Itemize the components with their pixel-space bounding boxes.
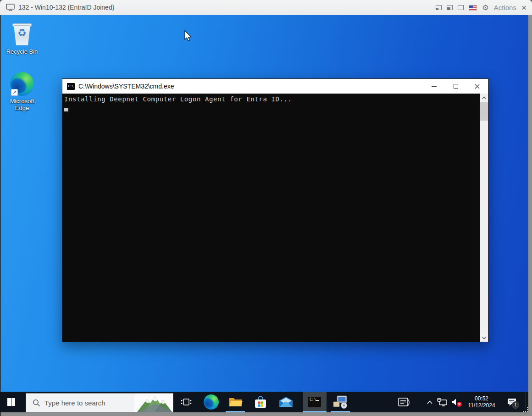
- taskbar-mail-button[interactable]: [275, 392, 297, 412]
- mouse-cursor: [184, 30, 192, 42]
- cmd-icon: C:\: [308, 396, 321, 408]
- windows-logo-icon: [7, 398, 15, 406]
- taskbar-file-explorer-button[interactable]: [224, 392, 246, 412]
- vm-console-title: 132 - Win10-132 (EntraID Joined): [18, 0, 114, 15]
- cmd-window: C:\ C:\Windows\SYSTEM32\cmd.exe Installi…: [62, 78, 488, 342]
- system-tray: ✕ 00:52 11/12/2024 1: [393, 392, 528, 412]
- clock-button[interactable]: 00:52 11/12/2024: [462, 392, 501, 412]
- chevron-down-icon: [482, 337, 486, 339]
- recycle-bin-label: Recycle Bin: [3, 48, 41, 55]
- running-indicator: [303, 411, 327, 412]
- console-close-icon[interactable]: ×: [521, 3, 526, 12]
- clock-time: 00:52: [475, 395, 488, 402]
- minimize-button[interactable]: [423, 79, 445, 94]
- maximize-button[interactable]: [445, 79, 466, 94]
- cmd-output-line: Installing Deepnet Computer Logon Agent …: [64, 95, 292, 103]
- recycle-bin-icon: ♻: [9, 21, 35, 47]
- scrollbar-thumb[interactable]: [480, 102, 488, 121]
- minimize-icon: [432, 86, 437, 87]
- cmd-console-output[interactable]: Installing Deepnet Computer Logon Agent …: [62, 94, 488, 342]
- cmd-app-icon: C:\: [67, 83, 75, 90]
- fit-window-icon[interactable]: [447, 5, 453, 10]
- file-explorer-icon: [228, 396, 243, 408]
- close-icon: [475, 84, 480, 89]
- keyboard-layout-flag-icon[interactable]: [469, 5, 477, 11]
- desktop[interactable]: ♻ Recycle Bin ↗ Microsoft Edge C:\ C:\Wi…: [1, 15, 528, 392]
- news-icon: [398, 398, 410, 407]
- microsoft-store-icon: [254, 396, 267, 408]
- notification-count-badge: 1: [512, 401, 519, 409]
- desktop-icon-edge[interactable]: ↗ Microsoft Edge: [3, 72, 41, 111]
- cmd-window-title: C:\Windows\SYSTEM32\cmd.exe: [78, 83, 174, 90]
- clock-date: 11/12/2024: [468, 402, 495, 409]
- scroll-up-button[interactable]: [480, 94, 488, 101]
- news-interests-button[interactable]: [393, 392, 414, 412]
- search-placeholder: Type here to search: [44, 399, 134, 407]
- taskbar-installer-button[interactable]: [329, 392, 351, 412]
- vm-console-titlebar: 132 - Win10-132 (EntraID Joined) ⚙ Actio…: [0, 0, 532, 15]
- actions-menu[interactable]: Actions: [494, 4, 516, 11]
- mail-icon: [279, 396, 293, 408]
- cmd-titlebar[interactable]: C:\ C:\Windows\SYSTEM32\cmd.exe: [62, 79, 488, 94]
- shortcut-arrow-icon: ↗: [11, 89, 18, 96]
- network-button[interactable]: [436, 392, 449, 412]
- ethernet-network-icon: [437, 398, 447, 406]
- edge-label: Microsoft Edge: [6, 98, 38, 111]
- chevron-up-icon: [482, 96, 486, 99]
- task-view-button[interactable]: [175, 392, 197, 412]
- search-input[interactable]: Type here to search: [26, 393, 173, 412]
- vm-console-window: 132 - Win10-132 (EntraID Joined) ⚙ Actio…: [0, 0, 532, 416]
- gear-icon[interactable]: ⚙: [482, 4, 488, 11]
- desktop-icon-recycle-bin[interactable]: ♻ Recycle Bin: [3, 21, 41, 55]
- scroll-down-button[interactable]: [480, 334, 488, 342]
- installer-icon: [333, 395, 348, 409]
- maximize-icon: [454, 84, 458, 89]
- running-indicator: [226, 411, 245, 412]
- search-icon: [33, 399, 40, 407]
- chevron-up-icon: [427, 400, 432, 404]
- volume-button[interactable]: ✕: [449, 392, 462, 412]
- taskbar: Type here to search: [0, 392, 528, 412]
- vm-monitor-icon: [6, 4, 15, 11]
- taskbar-store-button[interactable]: [249, 392, 272, 412]
- cmd-text-cursor: [64, 108, 68, 111]
- running-indicator: [331, 411, 350, 412]
- cmd-scrollbar[interactable]: [480, 94, 488, 342]
- taskbar-cmd-button-active[interactable]: C:\: [303, 392, 327, 412]
- action-center-button[interactable]: 1: [501, 392, 523, 412]
- hidden-icons-button[interactable]: [424, 392, 436, 412]
- window-resize-grip[interactable]: [523, 407, 528, 412]
- edge-icon: [204, 394, 219, 410]
- taskbar-edge-button[interactable]: [200, 392, 222, 412]
- resize-guest-icon[interactable]: [436, 5, 442, 10]
- console-frame-bottom: [0, 412, 532, 416]
- fullscreen-icon[interactable]: [458, 5, 464, 10]
- volume-muted-badge: ✕: [457, 402, 462, 407]
- start-button[interactable]: [0, 392, 22, 412]
- console-frame-right: [528, 15, 532, 416]
- task-view-icon: [181, 398, 192, 407]
- search-highlight-mountain-icon[interactable]: [134, 394, 173, 412]
- close-button[interactable]: [466, 79, 488, 94]
